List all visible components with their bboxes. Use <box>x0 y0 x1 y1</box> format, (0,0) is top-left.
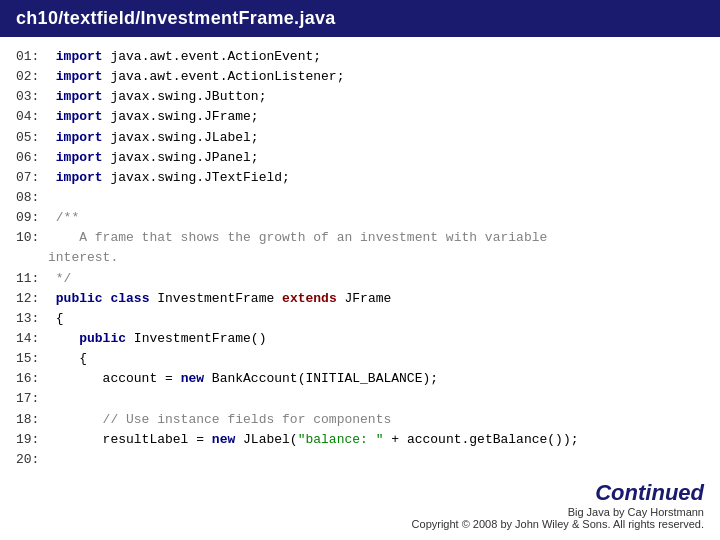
code-line: 02: import java.awt.event.ActionListener… <box>16 67 704 87</box>
footer: Continued Big Java by Cay Horstmann Copy… <box>412 480 704 530</box>
code-line: 16: account = new BankAccount(INITIAL_BA… <box>16 369 704 389</box>
code-line: 05: import javax.swing.JLabel; <box>16 128 704 148</box>
code-line: 10: A frame that shows the growth of an … <box>16 228 704 248</box>
continued-label: Continued <box>412 480 704 506</box>
footer-sub2: Copyright © 2008 by John Wiley & Sons. A… <box>412 518 704 530</box>
code-content: 01: import java.awt.event.ActionEvent; 0… <box>0 37 720 480</box>
code-line: 13: { <box>16 309 704 329</box>
code-line: 14: public InvestmentFrame() <box>16 329 704 349</box>
code-line: 15: { <box>16 349 704 369</box>
code-line: 20: <box>16 450 704 470</box>
footer-sub1: Big Java by Cay Horstmann <box>412 506 704 518</box>
code-line: 18: // Use instance fields for component… <box>16 410 704 430</box>
code-line: 03: import javax.swing.JButton; <box>16 87 704 107</box>
code-line: 08: <box>16 188 704 208</box>
code-line: interest. <box>16 248 704 268</box>
code-line: 09: /** <box>16 208 704 228</box>
code-line: 11: */ <box>16 269 704 289</box>
page-title: ch10/textfield/InvestmentFrame.java <box>0 0 720 37</box>
code-line: 01: import java.awt.event.ActionEvent; <box>16 47 704 67</box>
code-line: 19: resultLabel = new JLabel("balance: "… <box>16 430 704 450</box>
code-line: 12: public class InvestmentFrame extends… <box>16 289 704 309</box>
code-line: 06: import javax.swing.JPanel; <box>16 148 704 168</box>
code-line: 17: <box>16 389 704 409</box>
code-line: 04: import javax.swing.JFrame; <box>16 107 704 127</box>
code-line: 07: import javax.swing.JTextField; <box>16 168 704 188</box>
